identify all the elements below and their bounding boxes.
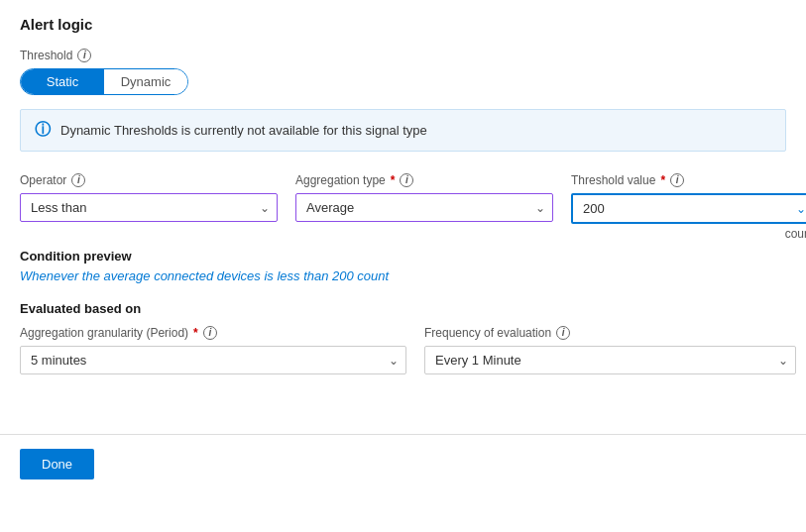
info-banner-icon: ⓘ	[35, 120, 51, 141]
operator-info-icon[interactable]: i	[71, 173, 85, 187]
aggregation-required: *	[391, 173, 396, 187]
bottom-bar: Done	[0, 434, 806, 493]
aggregation-label: Aggregation type * i	[295, 173, 553, 187]
threshold-value-info-icon[interactable]: i	[670, 173, 684, 187]
frequency-select-wrapper: Every 1 Minute Every 5 Minutes Every 15 …	[424, 346, 796, 374]
evaluated-section: Evaluated based on Aggregation granulari…	[20, 301, 786, 374]
threshold-info-icon[interactable]: i	[77, 49, 91, 62]
condition-preview-section: Condition preview Whenever the average c…	[20, 249, 786, 283]
operator-select[interactable]: Less than Greater than Less than or equa…	[20, 193, 278, 222]
aggregation-info-icon[interactable]: i	[400, 173, 413, 187]
threshold-toggle[interactable]: Static Dynamic	[20, 68, 188, 95]
threshold-value-label: Threshold value * i	[571, 173, 806, 187]
granularity-group: Aggregation granularity (Period) * i 1 m…	[20, 326, 406, 374]
frequency-group: Frequency of evaluation i Every 1 Minute…	[424, 326, 796, 374]
evaluated-title: Evaluated based on	[20, 301, 786, 316]
page-title: Alert logic	[20, 16, 786, 33]
threshold-value-group: Threshold value * i ⌄ count	[571, 173, 806, 241]
frequency-label: Frequency of evaluation i	[424, 326, 796, 340]
granularity-info-icon[interactable]: i	[203, 326, 217, 340]
aggregation-select[interactable]: Average Count Maximum Minimum Total	[295, 193, 553, 222]
dynamic-toggle-btn[interactable]: Dynamic	[104, 69, 187, 94]
threshold-input-wrapper: ⌄	[571, 193, 806, 224]
threshold-value-required: *	[660, 173, 665, 187]
granularity-select-wrapper: 1 minute 5 minutes 15 minutes 30 minutes…	[20, 346, 406, 374]
threshold-unit-label: count	[571, 227, 806, 241]
eval-row: Aggregation granularity (Period) * i 1 m…	[20, 326, 786, 374]
threshold-label: Threshold i	[20, 49, 786, 62]
info-banner: ⓘ Dynamic Thresholds is currently not av…	[20, 109, 786, 152]
frequency-select[interactable]: Every 1 Minute Every 5 Minutes Every 15 …	[424, 346, 796, 374]
condition-preview-text: Whenever the average connected devices i…	[20, 268, 786, 283]
static-toggle-btn[interactable]: Static	[21, 69, 104, 94]
operator-label: Operator i	[20, 173, 278, 187]
aggregation-group: Aggregation type * i Average Count Maxim…	[295, 173, 553, 241]
granularity-required: *	[193, 326, 198, 340]
info-banner-text: Dynamic Thresholds is currently not avai…	[60, 123, 427, 138]
condition-preview-title: Condition preview	[20, 249, 786, 264]
aggregation-select-wrapper: Average Count Maximum Minimum Total ⌄	[295, 193, 553, 222]
operator-group: Operator i Less than Greater than Less t…	[20, 173, 278, 241]
main-form-row: Operator i Less than Greater than Less t…	[20, 173, 786, 241]
granularity-select[interactable]: 1 minute 5 minutes 15 minutes 30 minutes…	[20, 346, 406, 374]
done-button[interactable]: Done	[20, 449, 94, 479]
granularity-label: Aggregation granularity (Period) * i	[20, 326, 406, 340]
frequency-info-icon[interactable]: i	[556, 326, 570, 340]
threshold-value-input[interactable]	[571, 193, 806, 224]
operator-select-wrapper: Less than Greater than Less than or equa…	[20, 193, 278, 222]
